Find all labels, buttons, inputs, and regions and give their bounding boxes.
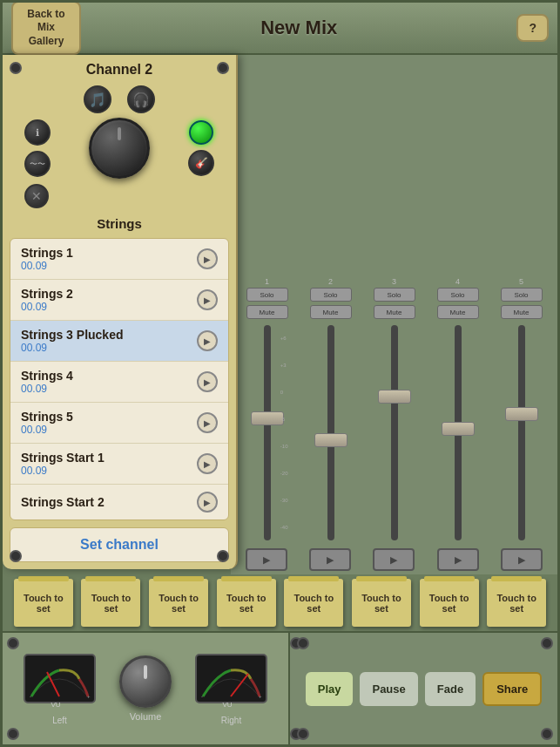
solo-btn-5[interactable]: Solo xyxy=(501,288,543,302)
svg-text:-: - xyxy=(201,694,203,699)
left-vu-col: VU - + Left xyxy=(23,653,97,725)
wave-icon[interactable]: 〜〜 xyxy=(24,151,51,177)
fader-marks-1: +6 +3 0 -5 -10 -20 -30 -40 xyxy=(280,325,288,540)
fade-button[interactable]: Fade xyxy=(425,672,476,706)
play-button[interactable]: Play xyxy=(306,672,354,706)
fader-track-1[interactable]: +6 +3 0 -5 -10 -20 -30 -40 xyxy=(264,325,271,540)
svg-text:+: + xyxy=(259,694,262,699)
solo-btn-3[interactable]: Solo xyxy=(374,288,415,302)
touch-btn-2[interactable]: Touch toset xyxy=(81,579,140,627)
bottom-screw-bl xyxy=(7,728,19,740)
instrument-info: Strings Start 2 xyxy=(21,495,105,509)
fader-track-3[interactable] xyxy=(391,325,398,540)
info-icon[interactable]: ℹ xyxy=(24,119,51,146)
instrument-item-4[interactable]: Strings 5 00.09 ▶ xyxy=(10,403,228,444)
ch-screw-br xyxy=(217,550,229,562)
solo-btn-2[interactable]: Solo xyxy=(310,288,352,302)
fader-track-4[interactable] xyxy=(455,325,462,540)
fader-thumb-1[interactable] xyxy=(251,411,284,425)
touch-btn-8[interactable]: Touch toset xyxy=(487,579,546,627)
guitar-icon[interactable]: 🎸 xyxy=(188,150,214,176)
page-title: New Mix xyxy=(260,17,337,39)
transport-btn-4[interactable]: ▶ xyxy=(437,548,479,571)
instrument-item-2[interactable]: Strings 3 Plucked 00.09 ▶ xyxy=(10,321,228,362)
instrument-item-0[interactable]: Strings 1 00.09 ▶ xyxy=(10,239,228,280)
audio-icon[interactable]: 🎧 xyxy=(127,85,155,113)
fader-track-5[interactable] xyxy=(518,325,525,540)
db-mark: -5 xyxy=(280,417,288,422)
db-mark: -20 xyxy=(280,471,288,476)
instrument-time-0: 00.09 xyxy=(21,260,73,272)
fader-thumb-2[interactable] xyxy=(314,433,347,447)
transport-btn-2[interactable]: ▶ xyxy=(309,548,351,571)
right-vu-col: VU - + Right xyxy=(194,653,268,725)
back-button[interactable]: Back to Mix Gallery xyxy=(11,1,81,56)
touch-buttons-row: Touch toset Touch toset Touch toset Touc… xyxy=(3,574,557,631)
touch-btn-6[interactable]: Touch toset xyxy=(352,579,411,627)
header: Back to Mix Gallery New Mix ? xyxy=(3,3,557,55)
fader-thumb-4[interactable] xyxy=(442,422,475,436)
main-knob[interactable] xyxy=(89,118,150,179)
instrument-list: Strings 1 00.09 ▶ Strings 2 00.09 ▶ Stri… xyxy=(10,238,229,520)
help-button[interactable]: ? xyxy=(516,14,549,42)
transport-btn-1[interactable]: ▶ xyxy=(246,548,287,571)
active-indicator[interactable] xyxy=(189,120,213,145)
play-icon-2[interactable]: ▶ xyxy=(197,330,218,351)
instrument-info: Strings Start 1 00.09 xyxy=(21,451,105,477)
knob-icons-row: ℹ 〜〜 🎸 xyxy=(16,118,223,179)
svg-rect-17 xyxy=(24,655,95,703)
instrument-category: Strings xyxy=(3,213,236,238)
volume-knob[interactable] xyxy=(119,655,172,708)
instrument-item-6[interactable]: Strings Start 2 ▶ xyxy=(10,485,228,520)
instrument-item-1[interactable]: Strings 2 00.09 ▶ xyxy=(10,280,228,321)
transport-btn-3[interactable]: ▶ xyxy=(373,548,415,571)
fader-thumb-3[interactable] xyxy=(378,390,411,404)
set-channel-button[interactable]: Set channel xyxy=(10,527,229,562)
instrument-info: Strings 5 00.09 xyxy=(21,410,73,436)
solo-btn-1[interactable]: Solo xyxy=(246,288,288,302)
pause-button[interactable]: Pause xyxy=(360,672,417,706)
mute-btn-3[interactable]: Mute xyxy=(374,305,415,319)
db-mark: +6 xyxy=(280,336,288,341)
instrument-info: Strings 2 00.09 xyxy=(21,287,73,313)
play-icon-4[interactable]: ▶ xyxy=(197,412,218,433)
playback-screw-tr xyxy=(541,637,553,649)
mute-btn-4[interactable]: Mute xyxy=(437,305,479,319)
fader-3 xyxy=(370,325,418,540)
touch-btn-5[interactable]: Touch toset xyxy=(284,579,343,627)
channel-labels-row: 1 2 3 4 5 xyxy=(231,273,557,286)
instrument-item-3[interactable]: Strings 4 00.09 ▶ xyxy=(10,362,228,403)
left-label: Left xyxy=(52,716,67,725)
mute-btn-5[interactable]: Mute xyxy=(501,305,543,319)
play-icon-6[interactable]: ▶ xyxy=(197,492,218,513)
fader-track-2[interactable] xyxy=(327,325,334,540)
solo-row: Solo Solo Solo Solo Solo xyxy=(231,286,557,303)
instrument-icon[interactable]: 🎵 xyxy=(84,85,111,113)
left-icons-col: ℹ 〜〜 xyxy=(24,119,51,177)
transport-btn-5[interactable]: ▶ xyxy=(501,548,543,571)
play-icon-0[interactable]: ▶ xyxy=(197,248,218,269)
svg-text:VU: VU xyxy=(51,701,60,709)
fader-5 xyxy=(497,325,545,540)
ch-label-4: 4 xyxy=(434,277,482,286)
play-icon-5[interactable]: ▶ xyxy=(197,453,218,474)
db-mark: -30 xyxy=(280,498,288,503)
share-button[interactable]: Share xyxy=(482,672,542,706)
touch-btn-7[interactable]: Touch toset xyxy=(420,579,479,627)
instrument-item-5[interactable]: Strings Start 1 00.09 ▶ xyxy=(10,444,228,485)
touch-btn-1[interactable]: Touch toset xyxy=(14,579,73,627)
play-icon-3[interactable]: ▶ xyxy=(197,371,218,392)
bottom-screw-tl xyxy=(7,637,19,649)
instrument-name-6: Strings Start 2 xyxy=(21,495,105,509)
volume-control: Volume xyxy=(119,655,172,722)
fader-thumb-5[interactable] xyxy=(505,407,538,421)
channel-title: Channel 2 xyxy=(3,55,236,81)
solo-btn-4[interactable]: Solo xyxy=(437,288,479,302)
svg-text:VU: VU xyxy=(222,701,232,709)
remove-icon[interactable]: ✕ xyxy=(24,184,49,208)
mute-btn-2[interactable]: Mute xyxy=(310,305,352,319)
touch-btn-4[interactable]: Touch toset xyxy=(217,579,276,627)
play-icon-1[interactable]: ▶ xyxy=(197,289,218,310)
mute-btn-1[interactable]: Mute xyxy=(246,305,288,319)
touch-btn-3[interactable]: Touch toset xyxy=(149,579,208,627)
